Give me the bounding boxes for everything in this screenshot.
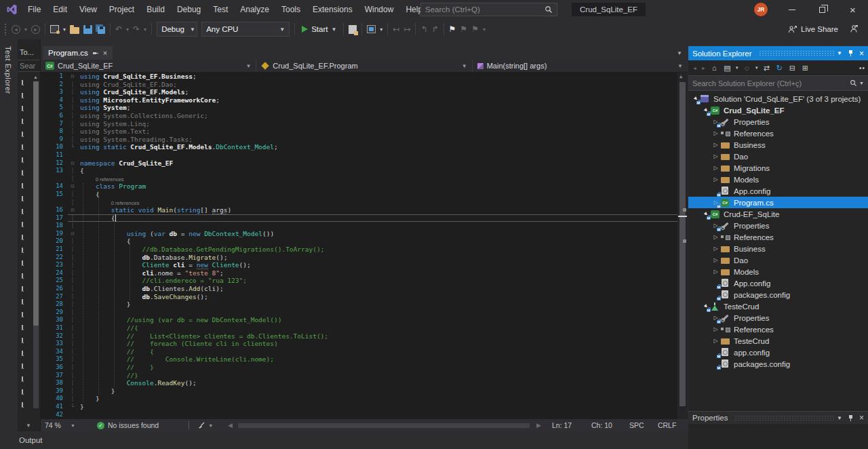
save-all-icon[interactable] — [94, 22, 107, 37]
pin-icon[interactable] — [848, 414, 854, 422]
tab-program-cs[interactable]: Program.cs × — [43, 46, 113, 60]
tree-item-app-config[interactable]: app.config — [688, 347, 868, 358]
line-number[interactable]: 34 — [41, 348, 68, 356]
line-number[interactable]: 23 — [41, 261, 68, 269]
line-number[interactable]: 39 — [41, 387, 68, 395]
line-number[interactable]: 37 — [41, 372, 68, 380]
expand-arrow-icon[interactable]: ▷ — [711, 326, 720, 332]
attach-to-process-icon[interactable] — [347, 22, 359, 37]
collapse-all-icon[interactable]: ⊟ — [787, 62, 798, 75]
forward-icon[interactable]: ► — [700, 62, 707, 75]
line-number[interactable]: 24 — [41, 269, 68, 277]
nav-back-dropdown-icon[interactable]: ▾ — [22, 22, 29, 37]
tree-item-migrations[interactable]: ▷Migrations — [688, 162, 868, 174]
decrease-indent-icon[interactable]: ↰ — [418, 22, 429, 37]
tree-item-dao[interactable]: ▷Dao — [688, 151, 868, 162]
editor-horizontal-scrollbar[interactable] — [235, 423, 534, 429]
expand-arrow-icon[interactable]: ▷ — [711, 142, 720, 148]
nav-back-icon[interactable]: ◄ — [9, 22, 22, 37]
menu-debug[interactable]: Debug — [171, 0, 207, 19]
open-folder-icon[interactable] — [68, 22, 81, 37]
toolbox-search-input[interactable]: Sear — [18, 60, 40, 72]
navigate-forward-icon[interactable]: ↦ — [401, 22, 412, 37]
switch-views-icon[interactable]: ▤ — [722, 62, 733, 75]
increase-indent-icon[interactable]: ↱ — [430, 22, 441, 37]
issues-status-text[interactable]: No issues found — [108, 421, 159, 429]
test-explorer-tab[interactable]: Test Explorer — [4, 46, 12, 94]
solution-explorer-search-input[interactable]: Search Solution Explorer (Ctrl+ç) ▼ — [688, 76, 868, 91]
expand-arrow-icon[interactable]: ▷ — [711, 165, 720, 171]
search-options-dropdown-icon[interactable]: ▼ — [859, 81, 864, 85]
solution-explorer-header[interactable]: Solution Explorer ▼ × — [688, 46, 868, 60]
line-number[interactable]: 3 — [41, 88, 68, 96]
expand-arrow-icon[interactable]: ▷ — [711, 153, 720, 159]
line-number[interactable]: 31 — [41, 324, 68, 332]
home-icon[interactable]: ⌂ — [709, 62, 720, 75]
line-number[interactable]: 29 — [41, 309, 68, 317]
codelens-references-link[interactable]: 0 references — [96, 176, 124, 182]
menu-file[interactable]: File — [22, 0, 47, 19]
expand-arrow-icon[interactable]: ▷ — [711, 269, 720, 275]
line-number[interactable]: 42 — [41, 411, 68, 419]
tree-item-app-config[interactable]: App.config — [688, 185, 868, 197]
show-all-files-icon[interactable]: ⊞ — [800, 62, 811, 75]
line-number[interactable]: 6 — [41, 112, 68, 120]
undo-dropdown-icon[interactable]: ▾ — [124, 22, 131, 37]
toggle-bookmark-icon[interactable]: ⚑ — [447, 22, 458, 37]
search-icon[interactable] — [545, 5, 553, 14]
solution-platform-dropdown[interactable]: Any CPU▼ — [201, 22, 290, 37]
tree-item-solution-crud-sqlite-ef-3-of-3-projects[interactable]: ▼Solution 'Crud_SqLite_EF' (3 of 3 proje… — [688, 93, 868, 104]
line-number[interactable]: 36 — [41, 364, 68, 372]
line-number[interactable]: 40 — [41, 395, 68, 403]
iis-express-icon[interactable] — [365, 22, 378, 37]
fold-toggle-icon[interactable]: ⊟ — [68, 182, 77, 191]
expand-arrow-icon[interactable]: ▷ — [711, 130, 720, 136]
line-number[interactable]: 7 — [41, 120, 68, 128]
line-number[interactable]: 35 — [41, 355, 68, 364]
scroll-right-icon[interactable]: ▶ — [536, 422, 541, 429]
tree-item-properties[interactable]: ▷Properties — [688, 220, 868, 231]
menu-extensions[interactable]: Extensions — [307, 0, 359, 19]
global-search-input[interactable]: Search (Ctrl+Q) — [420, 3, 557, 16]
expand-arrow-icon[interactable]: ▷ — [711, 246, 720, 252]
live-share-button[interactable]: Live Share — [788, 25, 838, 34]
line-number[interactable]: 9 — [41, 136, 68, 144]
line-number[interactable]: 20 — [41, 237, 68, 246]
line-number[interactable]: 1 — [41, 73, 68, 81]
line-number[interactable]: 26 — [41, 285, 68, 293]
navigate-backward-icon[interactable]: ↤ — [391, 22, 401, 37]
line-number[interactable]: 41 — [41, 403, 68, 411]
line-number[interactable]: 28 — [41, 300, 68, 309]
line-number[interactable]: 19 — [41, 230, 68, 238]
window-position-dropdown-icon[interactable]: ▼ — [837, 50, 842, 56]
line-number[interactable]: 16 — [41, 206, 68, 214]
menu-test[interactable]: Test — [207, 0, 234, 19]
line-number[interactable]: 15 — [41, 191, 68, 199]
fold-toggle-icon[interactable]: ⊟ — [68, 159, 77, 168]
tree-item-testecrud[interactable]: ▷TesteCrud — [688, 335, 868, 347]
line-number[interactable]: 21 — [41, 246, 68, 254]
next-bookmark-icon[interactable]: ⚑ — [469, 22, 481, 37]
toolbox-tab[interactable]: To... — [18, 46, 40, 60]
window-position-dropdown-icon[interactable]: ▼ — [837, 415, 842, 421]
line-number[interactable]: 12 — [41, 159, 68, 168]
tree-item-crud-ef-sqlite[interactable]: ▼C#Crud-EF_SqLite — [688, 208, 868, 220]
close-tab-icon[interactable]: × — [103, 50, 107, 56]
menu-window[interactable]: Window — [359, 0, 400, 19]
codelens-references-link[interactable]: 0 references — [111, 200, 140, 206]
line-number[interactable]: 30 — [41, 316, 68, 324]
tree-item-properties[interactable]: ▷Properties — [688, 116, 868, 128]
toolbox-scroll-up-icon[interactable]: ▲ — [33, 75, 38, 79]
output-tab[interactable]: Output — [19, 436, 43, 444]
pending-changes-filter-icon[interactable]: ◌ — [741, 62, 753, 75]
document-list-dropdown-icon[interactable]: ▼ — [677, 50, 682, 56]
toolbar-overflow-icon[interactable]: •• — [859, 64, 865, 72]
user-avatar[interactable]: JR — [754, 3, 768, 16]
line-number[interactable]: 5 — [41, 104, 68, 112]
fold-toggle-icon[interactable]: ⊟ — [68, 73, 77, 81]
breadcrumb-project-dropdown[interactable]: C# Crud_SqLite_EF ▼ — [41, 60, 256, 72]
scroll-left-icon[interactable]: ◀ — [228, 422, 233, 429]
tree-item-references[interactable]: ▷References — [688, 128, 868, 139]
new-project-dropdown-icon[interactable]: ▾ — [61, 22, 68, 37]
redo-icon[interactable]: ↷ — [131, 22, 142, 37]
